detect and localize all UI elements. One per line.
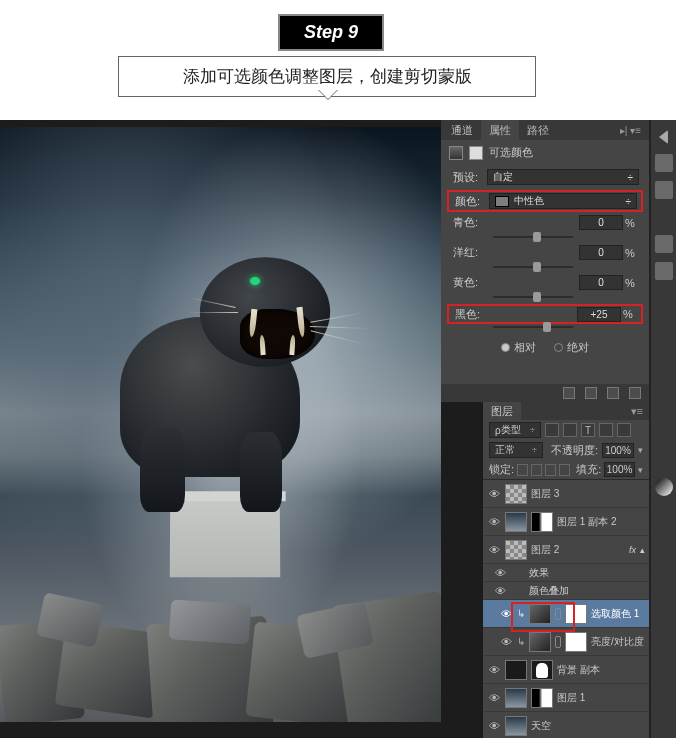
yellow-input[interactable]: 0 <box>579 275 623 290</box>
filter-adj-icon[interactable] <box>563 423 577 437</box>
radio-relative[interactable]: 相对 <box>501 340 536 355</box>
toolbar-icon[interactable] <box>655 235 673 253</box>
layer-thumb <box>505 660 527 680</box>
layer-row-selected[interactable]: 👁 ↳ 选取颜色 1 <box>483 600 649 628</box>
layer-row[interactable]: 👁 背景 副本 <box>483 656 649 684</box>
fx-toggle-icon[interactable]: ▴ <box>640 545 645 555</box>
filter-pxl-icon[interactable] <box>545 423 559 437</box>
layer-row[interactable]: 👁 图层 2 fx ▴ <box>483 536 649 564</box>
effect-row[interactable]: 👁颜色叠加 <box>483 582 649 600</box>
layer-row[interactable]: 👁 图层 1 副本 2 <box>483 508 649 536</box>
layer-thumb <box>505 540 527 560</box>
layer-thumb <box>505 484 527 504</box>
lock-all-icon[interactable] <box>559 464 570 476</box>
collapse-icon[interactable] <box>659 130 668 144</box>
panel-tabs: 通道 属性 路径 ▸| ▾≡ <box>441 120 649 140</box>
lock-pos-icon[interactable] <box>545 464 556 476</box>
layer-name: 图层 3 <box>531 487 645 501</box>
visibility-icon[interactable]: 👁 <box>487 691 501 705</box>
yellow-row: 黄色: 0 % <box>441 274 649 294</box>
fill-label: 填充: <box>576 462 601 477</box>
color-swatch <box>495 196 509 207</box>
visibility-icon[interactable]: 👁 <box>487 515 501 529</box>
mask-icon <box>469 146 483 160</box>
layer-name: 背景 副本 <box>557 663 645 677</box>
yellow-slider[interactable] <box>441 294 649 304</box>
clip-arrow-icon: ↳ <box>517 636 525 647</box>
clip-arrow-icon: ↳ <box>517 608 525 619</box>
adjustment-thumb <box>529 632 551 652</box>
magenta-slider[interactable] <box>441 264 649 274</box>
layers-blend-row: 正常÷ 不透明度: 100% ▾ <box>483 440 649 460</box>
fill-field[interactable]: 100% <box>604 462 635 477</box>
opacity-label: 不透明度: <box>551 443 598 458</box>
cyan-label: 青色: <box>453 215 487 230</box>
effect-row[interactable]: 👁效果 <box>483 564 649 582</box>
radio-absolute[interactable]: 绝对 <box>554 340 589 355</box>
layer-row[interactable]: 👁 天空 <box>483 712 649 738</box>
blend-mode-dropdown[interactable]: 正常÷ <box>489 442 543 458</box>
fx-badge[interactable]: fx <box>629 545 636 555</box>
layers-flyout-icon[interactable]: ▾≡ <box>625 405 649 418</box>
visibility-icon[interactable]: 👁 <box>495 585 509 597</box>
tab-properties[interactable]: 属性 <box>481 120 519 141</box>
link-icon[interactable] <box>555 636 561 648</box>
layer-row[interactable]: 👁 图层 1 <box>483 684 649 712</box>
magenta-input[interactable]: 0 <box>579 245 623 260</box>
tab-paths[interactable]: 路径 <box>519 120 557 141</box>
pct: % <box>623 217 637 229</box>
layer-list: 👁 图层 3 👁 图层 1 副本 2 👁 图层 2 fx ▴ 👁效果 👁颜色叠加 <box>483 480 649 738</box>
black-slider[interactable] <box>441 324 649 334</box>
step-badge: Step 9 <box>278 14 384 51</box>
tab-channel[interactable]: 通道 <box>443 120 481 141</box>
preset-label: 预设: <box>453 170 487 185</box>
cyan-input[interactable]: 0 <box>579 215 623 230</box>
cyan-slider[interactable] <box>441 234 649 244</box>
opacity-field[interactable]: 100% <box>602 443 634 458</box>
filter-shape-icon[interactable] <box>599 423 613 437</box>
toolbar-icon[interactable] <box>655 181 673 199</box>
reset-icon[interactable] <box>607 387 619 399</box>
lock-trans-icon[interactable] <box>517 464 528 476</box>
tab-layers[interactable]: 图层 <box>483 402 521 421</box>
visibility-icon[interactable]: 👁 <box>499 607 513 621</box>
link-icon[interactable] <box>555 608 561 620</box>
visibility-icon[interactable]: 👁 <box>487 487 501 501</box>
layer-name: 图层 1 副本 2 <box>557 515 645 529</box>
workspace: 通道 属性 路径 ▸| ▾≡ 可选颜色 预设: 自定÷ 颜色: 中性色÷ 青色:… <box>0 120 676 738</box>
layer-mask <box>565 632 587 652</box>
visibility-icon[interactable]: 👁 <box>495 567 509 579</box>
preset-dropdown[interactable]: 自定÷ <box>487 169 639 185</box>
layers-panel: 图层 ▾≡ ρ类型÷ T 正常÷ 不透明度: 100% ▾ 锁定: 填充: 10 <box>483 402 650 738</box>
filter-kind-dropdown[interactable]: ρ类型÷ <box>489 422 541 438</box>
layers-tabs: 图层 ▾≡ <box>483 402 649 420</box>
visibility-icon[interactable]: 👁 <box>487 543 501 557</box>
filter-smart-icon[interactable] <box>617 423 631 437</box>
clip-icon[interactable] <box>563 387 575 399</box>
view-prev-icon[interactable] <box>585 387 597 399</box>
black-input[interactable]: +25 <box>577 307 621 322</box>
layer-row[interactable]: 👁 图层 3 <box>483 480 649 508</box>
magenta-row: 洋红: 0 % <box>441 244 649 264</box>
right-toolbar <box>650 120 676 738</box>
layer-thumb <box>505 512 527 532</box>
visibility-icon[interactable]: 👁 <box>487 719 501 733</box>
lock-paint-icon[interactable] <box>531 464 542 476</box>
layer-name: 图层 1 <box>557 691 645 705</box>
toolbar-icon[interactable] <box>655 154 673 172</box>
trash-icon[interactable] <box>629 387 641 399</box>
toolbar-icon[interactable] <box>655 262 673 280</box>
filter-type-icon[interactable]: T <box>581 423 595 437</box>
layer-row[interactable]: 👁 ↳ 亮度/对比度 1 <box>483 628 649 656</box>
layer-name: 图层 2 <box>531 543 625 557</box>
document-canvas[interactable] <box>0 127 441 722</box>
black-label: 黑色: <box>455 307 489 322</box>
pct: % <box>623 277 637 289</box>
yellow-label: 黄色: <box>453 275 487 290</box>
visibility-icon[interactable]: 👁 <box>487 663 501 677</box>
color-dropdown[interactable]: 中性色÷ <box>489 193 637 209</box>
layer-thumb <box>505 716 527 736</box>
panel-flyout-icon[interactable]: ▸| ▾≡ <box>614 125 647 136</box>
toolbar-icon[interactable] <box>655 478 673 496</box>
visibility-icon[interactable]: 👁 <box>499 635 513 649</box>
